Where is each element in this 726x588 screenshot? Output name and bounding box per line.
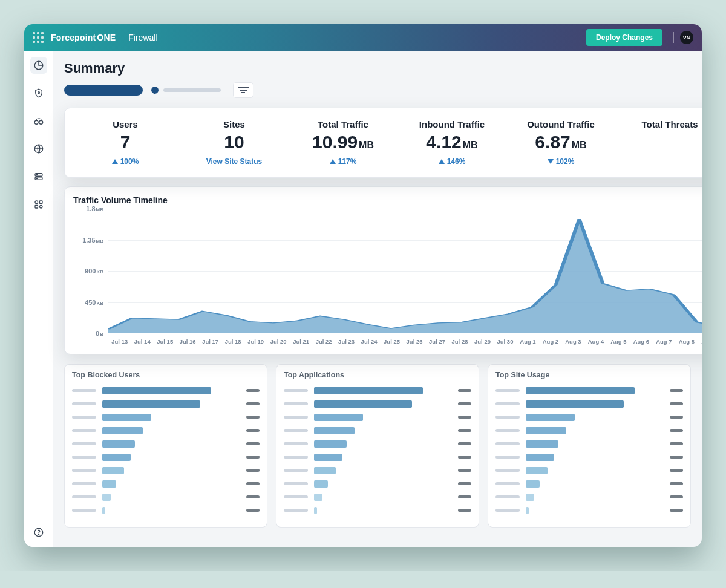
stat-value: 7 <box>74 133 176 151</box>
svg-point-13 <box>38 534 39 535</box>
mini-row <box>72 505 260 515</box>
stats-row: Users7100%Sites10View Site StatusTotal T… <box>64 108 702 178</box>
mini-row <box>495 452 683 462</box>
x-tick: Aug 6 <box>630 335 652 348</box>
avatar[interactable]: VN <box>680 31 693 44</box>
stat-label: Total Traffic <box>292 119 394 129</box>
mini-row <box>72 425 260 436</box>
mini-row <box>72 412 260 422</box>
nav-apps-icon[interactable] <box>30 196 47 213</box>
x-tick: Jul 20 <box>267 335 289 348</box>
mini-row <box>495 385 683 396</box>
x-tick: Aug 1 <box>517 335 539 348</box>
nav-binoculars-icon[interactable] <box>30 113 47 129</box>
stat-delta: 102% <box>548 157 575 166</box>
x-tick: Jul 24 <box>358 335 380 348</box>
x-tick: Jul 19 <box>244 335 267 348</box>
y-tick: 450KB <box>85 299 103 306</box>
stat-value: 4.12MB <box>401 133 503 151</box>
x-tick: Jul 29 <box>471 335 494 348</box>
stat-label: Total Threats <box>619 119 702 129</box>
toolbar <box>64 82 702 98</box>
stat-label: Outound Traffic <box>510 119 612 129</box>
svg-point-2 <box>39 120 42 124</box>
mini-row <box>495 399 683 409</box>
x-tick: Jul 22 <box>312 335 335 348</box>
svg-rect-9 <box>39 201 42 204</box>
nav-globe-icon[interactable] <box>30 140 47 157</box>
x-tick: Jul 23 <box>335 335 358 348</box>
stat-2: Total Traffic10.99MB117% <box>289 117 397 169</box>
svg-rect-10 <box>35 206 38 209</box>
grip-icon[interactable] <box>33 32 44 43</box>
stat-value: 10 <box>183 133 285 151</box>
mini-charts-row: Top Blocked UsersTop ApplicationsTop Sit… <box>64 364 691 528</box>
mini-row <box>72 465 260 475</box>
svg-point-7 <box>36 178 37 178</box>
mini-row <box>284 452 471 462</box>
mini-row <box>72 439 260 449</box>
stat-value: 6.87MB <box>510 133 612 151</box>
stat-link[interactable]: View Site Status <box>206 157 262 166</box>
y-tick: 900KB <box>85 267 103 275</box>
nav-dashboard-icon[interactable] <box>30 57 47 74</box>
x-tick: Jul 25 <box>381 335 403 348</box>
stat-label: Inbound Traffic <box>401 119 503 129</box>
sidebar <box>24 51 53 547</box>
mini-row <box>72 479 260 489</box>
x-tick: Jul 26 <box>403 335 425 348</box>
svg-point-8 <box>35 201 38 204</box>
app-window: ForcepointONE Firewall Deploy Changes VN… <box>24 24 702 547</box>
mini-row <box>284 439 471 449</box>
filter-button[interactable] <box>233 82 253 98</box>
mini-row <box>72 399 260 409</box>
divider <box>122 32 122 43</box>
x-tick: Jul 17 <box>199 335 221 348</box>
x-tick: Jul 30 <box>494 335 516 348</box>
mini-row <box>495 465 683 475</box>
timeline-chart: 1.8MB1.35MB900KB450KB0B Jul 13Jul 14Jul … <box>73 209 702 348</box>
mini-row <box>284 505 471 515</box>
mini-row <box>495 492 683 502</box>
range-slider[interactable] <box>151 87 221 94</box>
svg-point-0 <box>38 92 39 94</box>
stat-3: Inbound Traffic4.12MB146% <box>397 117 506 169</box>
mini-row <box>284 412 471 422</box>
x-tick: Jul 15 <box>154 335 176 348</box>
x-tick: Aug 2 <box>539 335 561 348</box>
nav-shield-icon[interactable] <box>30 85 47 102</box>
product-name: Firewall <box>128 33 157 42</box>
deploy-changes-button[interactable]: Deploy Changes <box>586 29 662 46</box>
x-tick: Jul 13 <box>108 335 131 348</box>
nav-server-icon[interactable] <box>30 168 47 185</box>
stat-0: Users7100% <box>71 117 180 169</box>
stat-delta: 100% <box>112 157 139 166</box>
svg-point-6 <box>36 174 37 175</box>
stat-delta: 146% <box>439 157 466 166</box>
x-tick: Jul 14 <box>131 335 153 348</box>
x-tick: Jul 21 <box>290 335 312 348</box>
mini-title: Top Site Usage <box>495 371 683 379</box>
timeline-panel: Traffic Volume Timeline 1.8MB1.35MB900KB… <box>64 186 702 354</box>
stat-value: 10.99MB <box>292 133 394 151</box>
x-tick: Aug 5 <box>607 335 630 348</box>
stat-4: Outound Traffic6.87MB102% <box>506 117 615 169</box>
period-selector[interactable] <box>64 85 143 96</box>
timeline-title: Traffic Volume Timeline <box>73 195 702 205</box>
stat-1: Sites10View Site Status <box>180 117 289 169</box>
x-tick: Aug 3 <box>562 335 584 348</box>
mini-row <box>495 479 683 489</box>
mini-row <box>72 385 260 396</box>
stat-label: Sites <box>183 119 285 129</box>
x-tick: Jul 16 <box>176 335 198 348</box>
mini-row <box>284 465 471 475</box>
mini-row <box>284 492 471 502</box>
x-tick: Aug 4 <box>584 335 607 348</box>
mini-row <box>284 425 471 436</box>
x-tick: Aug 8 <box>675 335 698 348</box>
svg-point-1 <box>34 120 38 124</box>
mini-row <box>284 479 471 489</box>
nav-help-icon[interactable] <box>30 524 47 541</box>
stat-5: Total Threats <box>615 117 702 169</box>
page-title: Summary <box>64 60 702 76</box>
